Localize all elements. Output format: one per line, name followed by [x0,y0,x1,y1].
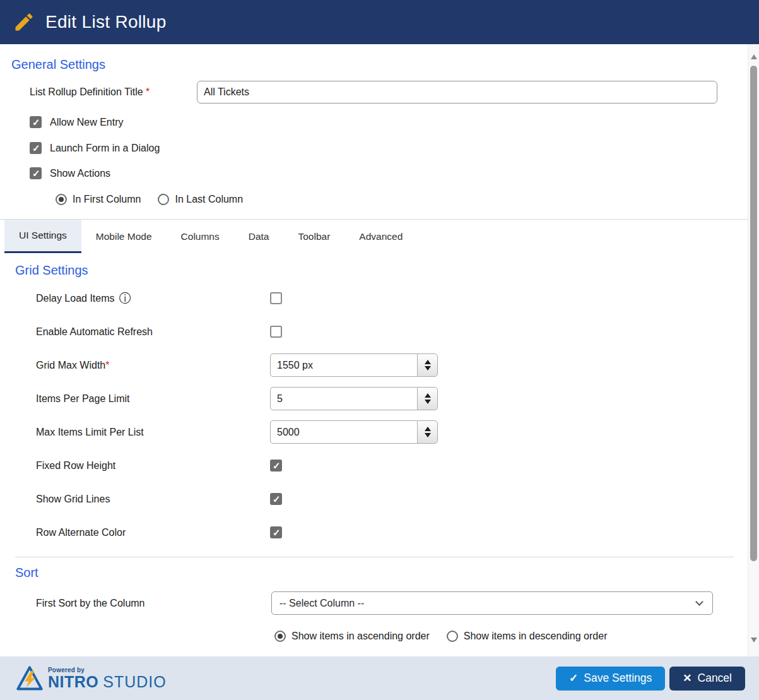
sort-heading: Sort [15,566,748,580]
items-per-page-row: Items Per Page Limit [36,382,748,415]
actions-position-row: In First Column In Last Column [56,193,748,205]
required-asterisk: * [105,360,109,371]
grid-max-width-spinner[interactable] [417,353,438,377]
edit-pencil-icon [13,11,35,33]
scroll-region: General Settings List Rollup Definition … [0,44,759,656]
descending-label: Show items in descending order [464,631,608,642]
max-items-limit-spinner[interactable] [417,420,438,444]
dialog-title: Edit List Rollup [45,12,167,32]
launch-form-dialog-label: Launch Form in a Dialog [50,143,160,154]
in-last-column-label: In Last Column [175,194,243,205]
launch-form-dialog-row: Launch Form in a Dialog [30,142,748,154]
title-field-label: List Rollup Definition Title * [30,86,197,98]
grid-max-width-row: Grid Max Width * [36,348,748,382]
save-settings-button[interactable]: ✓ Save Settings [556,667,665,691]
fixed-row-height-label: Fixed Row Height [36,460,270,472]
show-grid-lines-row: Show Grid Lines [36,482,748,516]
nitro-triangle-bolt-icon [15,665,44,692]
show-actions-row: Show Actions [30,167,748,179]
scroll-up-arrow-icon[interactable] [751,54,757,59]
scroll-down-arrow-icon[interactable] [751,638,757,643]
items-per-page-spinner[interactable] [417,387,438,410]
tab-columns[interactable]: Columns [167,220,234,253]
allow-new-entry-checkbox[interactable] [30,116,42,128]
descending-radio[interactable] [447,631,458,642]
spinner-up-icon[interactable] [425,393,431,398]
vertical-scrollbar[interactable] [748,44,759,656]
ascending-label: Show items in ascending order [291,631,430,642]
items-per-page-label: Items Per Page Limit [36,393,270,405]
sort-order-row: Show items in ascending order Show items… [274,630,748,642]
spinner-down-icon[interactable] [425,366,431,371]
brand-name: NITROSTUDIO [48,673,167,690]
allow-new-entry-label: Allow New Entry [50,117,123,128]
delay-load-items-checkbox[interactable] [270,292,282,304]
show-grid-lines-label: Show Grid Lines [36,494,270,505]
items-per-page-input[interactable] [270,387,417,410]
in-first-column-radio[interactable] [56,194,67,205]
spinner-up-icon[interactable] [425,427,431,431]
row-alternate-color-label: Row Alternate Color [36,527,270,538]
spinner-down-icon[interactable] [425,400,431,404]
title-input[interactable] [197,81,717,104]
tab-data[interactable]: Data [234,220,284,253]
first-sort-select[interactable]: -- Select Column -- [271,591,713,615]
first-sort-label: First Sort by the Column [36,598,271,609]
nitro-studio-logo: Powered by NITROSTUDIO [15,665,167,692]
check-icon: ✓ [569,672,578,685]
grid-max-width-input[interactable] [270,353,417,377]
title-field-row: List Rollup Definition Title * [30,81,748,104]
chevron-down-icon [695,598,703,606]
dialog-header: Edit List Rollup [0,0,759,44]
first-sort-row: First Sort by the Column -- Select Colum… [36,591,748,615]
show-actions-checkbox[interactable] [30,167,42,179]
max-items-limit-input[interactable] [270,420,417,444]
tab-ui-settings[interactable]: UI Settings [4,220,81,253]
general-settings-heading: General Settings [11,57,748,72]
tab-mobile-mode[interactable]: Mobile Mode [81,220,167,253]
cancel-button[interactable]: ✕ Cancel [669,667,745,691]
fixed-row-height-row: Fixed Row Height [36,449,748,482]
auto-refresh-checkbox[interactable] [270,326,282,338]
delay-load-items-label: Delay Load Items ⓘ [36,292,270,304]
first-sort-select-value: -- Select Column -- [279,598,364,609]
dialog-footer: Powered by NITROSTUDIO ✓ Save Settings ✕… [0,656,759,700]
grid-settings-heading: Grid Settings [15,263,748,278]
sort-divider [15,557,734,557]
row-alternate-color-row: Row Alternate Color [36,516,748,549]
auto-refresh-row: Enable Automatic Refresh [36,315,748,348]
settings-tabbar: UI Settings Mobile Mode Columns Data Too… [0,220,748,253]
in-last-column-radio[interactable] [158,194,169,205]
tab-toolbar[interactable]: Toolbar [283,220,344,253]
grid-max-width-label: Grid Max Width * [36,360,270,371]
max-items-limit-row: Max Items Limit Per List [36,415,748,449]
show-actions-label: Show Actions [50,168,110,179]
in-first-column-label: In First Column [73,194,141,205]
spinner-down-icon[interactable] [425,433,431,437]
launch-form-dialog-checkbox[interactable] [30,142,42,154]
required-asterisk: * [146,86,150,97]
max-items-limit-label: Max Items Limit Per List [36,427,270,438]
row-alternate-color-checkbox[interactable] [270,526,282,538]
auto-refresh-label: Enable Automatic Refresh [36,326,270,338]
show-grid-lines-checkbox[interactable] [270,493,282,505]
spinner-up-icon[interactable] [425,360,431,364]
allow-new-entry-row: Allow New Entry [30,116,748,128]
tab-advanced[interactable]: Advanced [344,220,417,253]
fixed-row-height-checkbox[interactable] [270,460,282,472]
close-icon: ✕ [683,672,691,685]
ascending-radio[interactable] [274,631,286,642]
delay-load-items-row: Delay Load Items ⓘ [36,282,748,315]
info-icon[interactable]: ⓘ [119,292,131,304]
scrollbar-thumb[interactable] [750,66,757,561]
